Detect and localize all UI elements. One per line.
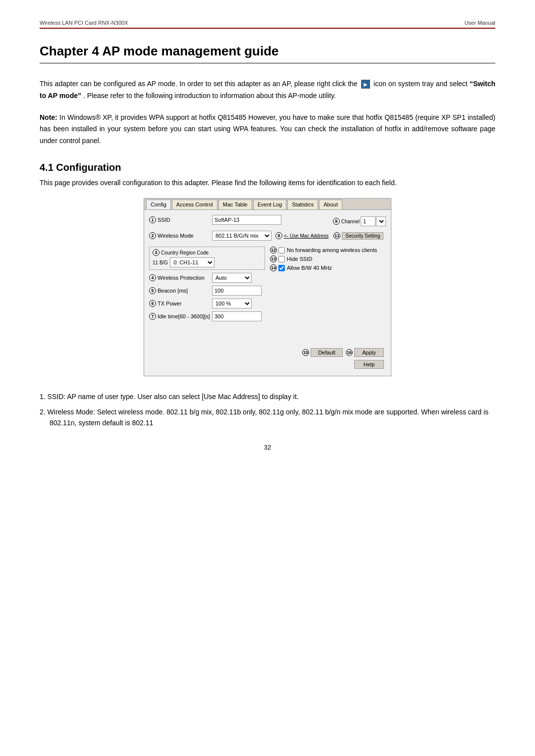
circle-14: 14 (270, 264, 277, 271)
list-text-1: SSID: AP name of user type. User also ca… (48, 393, 299, 401)
hide-ssid-label: Hide SSID (287, 256, 312, 262)
tx-power-row: 6 TX Power 100 % 75 % 50 % 25 % (149, 299, 265, 308)
circle-7: 7 (149, 313, 156, 320)
list-text-2: Wireless Mode: Select wireless mode. 802… (48, 408, 489, 427)
spacer2 (149, 324, 386, 344)
header-left: Wireless LAN PCI Card RNX-N300X (40, 20, 128, 26)
dialog-content: 1 SSID 9 Channel 123 (144, 210, 391, 376)
idle-time-label: Idle time[60 - 3600][s] (158, 313, 212, 319)
system-tray-icon: ▶ (361, 80, 370, 89)
tab-config[interactable]: Config (146, 200, 171, 209)
list-item-1: 1. SSID: AP name of user type. User also… (40, 391, 495, 402)
page-number: 32 (40, 444, 495, 451)
beacon-row: 5 Beacon [ms] (149, 286, 265, 296)
help-row: Help (149, 359, 386, 371)
circle-2: 2 (149, 232, 156, 239)
default-btn-area: 15 Default (302, 348, 343, 357)
note-para: Note: In Windows® XP, it provides WPA su… (40, 112, 495, 147)
wireless-mode-row: 2 Wireless Mode 802.11 B/G/N mix 802.11b… (149, 231, 386, 241)
section-4-1-desc: This page provides overall configuration… (40, 177, 495, 188)
two-col-layout: 3 Country Region Code 11 B/G 0: CH1-11 1… (149, 247, 386, 324)
ssid-input[interactable] (212, 215, 281, 225)
circle-4: 4 (149, 274, 156, 281)
hide-ssid-row: 13 Hide SSID (270, 255, 386, 262)
tab-about[interactable]: About (319, 200, 342, 209)
tab-mac-table[interactable]: Mac Table (218, 200, 252, 209)
country-region-select[interactable]: 0: CH1-11 1: CH1-13 (170, 257, 214, 267)
ssid-label: SSID (158, 217, 212, 223)
country-region-label: Country Region Code (161, 250, 209, 255)
channel-select[interactable]: 123 (376, 216, 386, 226)
country-sublabel: 11 B/G (153, 260, 168, 265)
tx-power-label: TX Power (158, 301, 212, 306)
chapter-title: Chapter 4 AP mode management guide (40, 44, 495, 63)
circle-3: 3 (153, 249, 160, 256)
circle-13: 13 (270, 255, 277, 262)
circle-9: 9 (333, 218, 340, 225)
allow-bw-row: 14 Allow B/W 40 MHz (270, 264, 386, 271)
allow-bw-checkbox[interactable] (278, 265, 285, 271)
default-button[interactable]: Default (311, 348, 343, 357)
circle-6: 6 (149, 300, 156, 307)
list-num-2: 2. (40, 408, 48, 416)
circle-12: 12 (270, 247, 277, 253)
channel-label: Channel (341, 219, 360, 224)
no-forwarding-row: 12 No forwarding among wireless clients (270, 247, 386, 253)
channel-input[interactable] (361, 216, 375, 226)
country-region-row: 11 B/G 0: CH1-11 1: CH1-13 (153, 257, 262, 267)
help-button[interactable]: Help (354, 360, 384, 369)
intro-para1: This adapter can be configured as AP mod… (40, 78, 495, 102)
country-region-col: 3 Country Region Code 11 B/G 0: CH1-11 1… (149, 247, 265, 324)
tab-access-control[interactable]: Access Control (172, 200, 217, 209)
beacon-label: Beacon [ms] (158, 288, 212, 294)
tab-statistics[interactable]: Statistics (287, 200, 318, 209)
circle-1: 1 (149, 216, 156, 223)
wireless-protection-row: 4 Wireless Protection Auto On Off (149, 273, 265, 283)
dialog-container: Config Access Control Mac Table Event Lo… (40, 198, 495, 376)
circle-5: 5 (149, 287, 156, 294)
dialog-tabs: Config Access Control Mac Table Event Lo… (144, 199, 391, 210)
no-forwarding-label: No forwarding among wireless clients (287, 247, 377, 253)
channel-area: 9 Channel 123 (333, 215, 386, 228)
wireless-protection-select[interactable]: Auto On Off (212, 273, 252, 283)
header-right: User Manual (465, 20, 495, 26)
hide-ssid-checkbox[interactable] (278, 256, 285, 262)
apply-btn-area: 16 Apply (346, 348, 384, 357)
numbered-list: 1. SSID: AP name of user type. User also… (40, 391, 495, 428)
ssid-channel-row: 1 SSID 9 Channel 123 (149, 215, 386, 228)
security-setting-area: 11 Security Setting (333, 232, 383, 240)
wireless-protection-label: Wireless Protection (158, 275, 212, 281)
right-checkboxes-col: 12 No forwarding among wireless clients … (270, 247, 386, 324)
circle-16: 16 (346, 349, 353, 356)
use-mac-area: 8 <- Use Mac Address (275, 232, 330, 239)
security-setting-btn[interactable]: Security Setting (342, 232, 383, 240)
apply-button[interactable]: Apply (354, 348, 384, 357)
wireless-mode-label: Wireless Mode (158, 233, 212, 239)
allow-bw-label: Allow B/W 40 MHz (287, 265, 332, 271)
ssid-area: 1 SSID (149, 215, 329, 228)
circle-15: 15 (302, 349, 309, 356)
section-4-1-title: 4.1 Configuration (40, 162, 495, 173)
circle-11: 11 (333, 232, 340, 239)
country-region-header: 3 Country Region Code (153, 249, 262, 256)
page: Wireless LAN PCI Card RNX-N300X User Man… (0, 0, 535, 471)
no-forwarding-checkbox[interactable] (278, 247, 285, 253)
use-mac-address-link[interactable]: <- Use Mac Address (284, 233, 328, 239)
header-bar: Wireless LAN PCI Card RNX-N300X User Man… (40, 20, 495, 29)
ssid-row: 1 SSID (149, 215, 329, 225)
list-num-1: 1. (40, 393, 48, 401)
beacon-input[interactable] (212, 286, 262, 296)
country-region-group: 3 Country Region Code 11 B/G 0: CH1-11 1… (149, 247, 265, 270)
wireless-mode-select[interactable]: 802.11 B/G/N mix 802.11b only 802.11g on… (212, 231, 271, 241)
idle-time-row: 7 Idle time[60 - 3600][s] (149, 311, 265, 321)
config-dialog: Config Access Control Mac Table Event Lo… (144, 198, 391, 376)
tx-power-select[interactable]: 100 % 75 % 50 % 25 % (212, 299, 252, 308)
idle-time-input[interactable] (212, 311, 262, 321)
list-item-2: 2. Wireless Mode: Select wireless mode. … (40, 406, 495, 429)
bottom-btn-row: 15 Default 16 Apply (149, 344, 386, 359)
circle-8: 8 (275, 232, 282, 239)
tab-event-log[interactable]: Event Log (253, 200, 287, 209)
